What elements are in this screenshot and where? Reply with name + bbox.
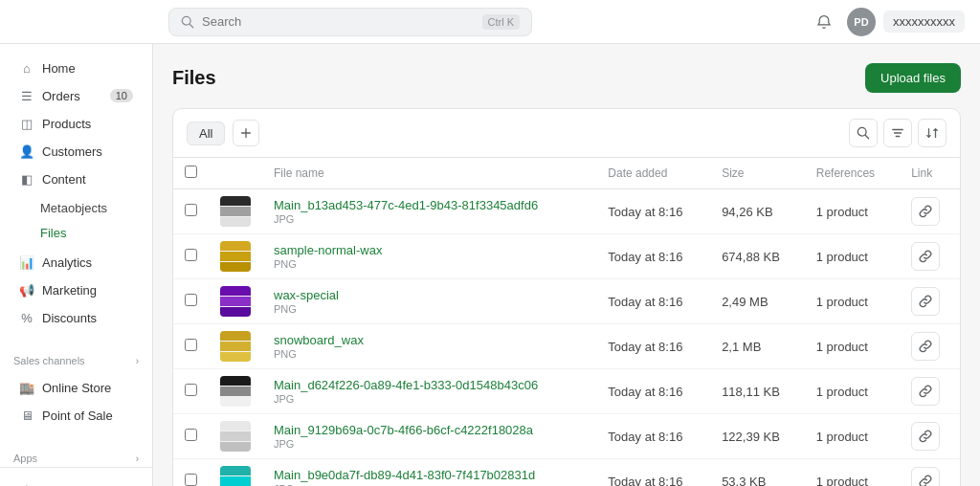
files-table-header: File name Date added Size References Lin… xyxy=(173,158,960,189)
file-name-link[interactable]: wax-special xyxy=(274,288,585,302)
row-checkbox[interactable] xyxy=(185,384,197,396)
row-checkbox[interactable] xyxy=(185,474,197,486)
file-name-link[interactable]: sample-normal-wax xyxy=(274,243,585,257)
orders-icon: ☰ xyxy=(19,88,34,103)
file-link-button[interactable] xyxy=(911,377,940,406)
sidebar-bottom: ⚙ Settings i Non-transferable xyxy=(0,467,152,486)
header-filename: File name xyxy=(262,158,596,189)
filter-files-button[interactable] xyxy=(883,119,912,147)
file-references: 1 product xyxy=(805,414,900,459)
sidebar-item-content[interactable]: ◧ Content xyxy=(6,166,146,192)
settings-icon: ⚙ xyxy=(19,482,34,486)
sidebar-item-settings-label: Settings xyxy=(42,483,87,487)
row-checkbox[interactable] xyxy=(185,249,197,261)
file-link-button[interactable] xyxy=(911,467,940,486)
online-store-icon: 🏬 xyxy=(19,380,34,395)
file-link-button[interactable] xyxy=(911,242,940,271)
products-icon: ◫ xyxy=(19,116,34,131)
file-type: PNG xyxy=(274,303,585,315)
customers-icon: 👤 xyxy=(19,144,34,159)
sidebar-item-customers[interactable]: 👤 Customers xyxy=(6,138,146,165)
sidebar: shopify ⌂ Home ☰ Orders 10 ◫ Products 👤 … xyxy=(0,0,153,486)
sidebar-apps-section: Apps › xyxy=(0,445,152,467)
sidebar-subitem-metaobjects[interactable]: Metaobjects xyxy=(6,196,146,220)
analytics-icon: 📊 xyxy=(19,254,34,270)
file-name-link[interactable]: Main_b13ad453-477c-4ed1-9b43-81f3345adfd… xyxy=(274,198,585,212)
file-link-button[interactable] xyxy=(911,332,940,361)
file-name-link[interactable]: Main_b9e0da7f-db89-4d41-83f0-7f417b02831… xyxy=(274,468,585,482)
search-bar[interactable]: Ctrl K xyxy=(168,8,532,36)
file-link-cell xyxy=(900,189,960,234)
file-references: 1 product xyxy=(805,324,900,369)
file-thumbnail-cell xyxy=(209,459,262,487)
table-row: Main_b9e0da7f-db89-4d41-83f0-7f417b02831… xyxy=(173,459,960,487)
sidebar-sales-channels-nav: 🏬 Online Store 🖥 Point of Sale xyxy=(0,369,152,433)
file-type: PNG xyxy=(274,348,585,360)
search-input[interactable] xyxy=(202,14,475,29)
home-icon: ⌂ xyxy=(19,60,34,76)
row-checkbox[interactable] xyxy=(185,429,197,441)
file-link-cell xyxy=(900,414,960,459)
file-link-button[interactable] xyxy=(911,287,940,316)
table-row: sample-normal-waxPNGToday at 8:16674,88 … xyxy=(173,234,960,279)
avatar[interactable]: PD xyxy=(847,8,876,36)
file-thumbnail xyxy=(220,286,251,317)
file-name-cell: Main_b9e0da7f-db89-4d41-83f0-7f417b02831… xyxy=(262,459,596,487)
account-label[interactable]: xxxxxxxxxx xyxy=(883,11,965,33)
file-date: Today at 8:16 xyxy=(596,459,710,487)
file-thumbnail-cell xyxy=(209,369,262,414)
file-thumbnail xyxy=(220,241,251,272)
page-title: Files xyxy=(172,67,216,89)
file-link-button[interactable] xyxy=(911,197,940,226)
file-link-cell xyxy=(900,459,960,487)
marketing-icon: 📢 xyxy=(19,282,34,298)
orders-badge: 10 xyxy=(110,89,133,102)
sidebar-subitem-metaobjects-label: Metaobjects xyxy=(40,201,107,215)
topbar: Ctrl K PD xxxxxxxxxx xyxy=(0,0,980,44)
row-checkbox[interactable] xyxy=(185,294,197,306)
filter-all-button[interactable]: All xyxy=(187,122,225,145)
sidebar-item-online-store[interactable]: 🏬 Online Store xyxy=(6,374,146,401)
sidebar-item-home[interactable]: ⌂ Home xyxy=(6,55,146,81)
file-link-button[interactable] xyxy=(911,422,940,451)
file-date: Today at 8:16 xyxy=(596,414,710,459)
upload-files-button[interactable]: Upload files xyxy=(865,63,961,93)
sidebar-item-products[interactable]: ◫ Products xyxy=(6,110,146,137)
notifications-button[interactable] xyxy=(809,7,839,37)
files-card: All xyxy=(172,108,961,486)
file-name-cell: Main_9129b69a-0c7b-4f66-b6cf-c4222f18028… xyxy=(262,414,596,459)
file-thumbnail xyxy=(220,331,251,362)
add-filter-button[interactable] xyxy=(233,120,259,146)
sort-files-button[interactable] xyxy=(918,119,947,147)
sales-channels-chevron-icon[interactable]: › xyxy=(136,356,139,366)
sidebar-subitem-files[interactable]: Files xyxy=(6,221,146,245)
sidebar-item-analytics[interactable]: 📊 Analytics xyxy=(6,249,146,276)
sidebar-item-marketing[interactable]: 📢 Marketing xyxy=(6,276,146,303)
toolbar-right xyxy=(849,119,947,147)
sidebar-sales-channels-section: Sales channels › xyxy=(0,347,152,369)
select-all-checkbox[interactable] xyxy=(185,166,197,178)
file-size: 2,1 MB xyxy=(710,324,805,369)
sidebar-item-orders[interactable]: ☰ Orders 10 xyxy=(6,82,146,109)
file-name-cell: snowboard_waxPNG xyxy=(262,324,596,369)
apps-chevron-icon[interactable]: › xyxy=(136,453,139,464)
file-references: 1 product xyxy=(805,189,900,234)
sidebar-item-settings[interactable]: ⚙ Settings xyxy=(6,476,146,486)
file-name-link[interactable]: Main_9129b69a-0c7b-4f66-b6cf-c4222f18028… xyxy=(274,423,585,437)
sidebar-item-discounts[interactable]: % Discounts xyxy=(6,304,146,331)
row-checkbox[interactable] xyxy=(185,339,197,351)
search-files-button[interactable] xyxy=(849,119,878,147)
file-name-link[interactable]: snowboard_wax xyxy=(274,333,585,347)
row-checkbox[interactable] xyxy=(185,204,197,216)
table-row: Main_9129b69a-0c7b-4f66-b6cf-c4222f18028… xyxy=(173,414,960,459)
file-thumbnail xyxy=(220,376,251,407)
file-size: 674,88 KB xyxy=(710,234,805,279)
sidebar-item-point-of-sale[interactable]: 🖥 Point of Sale xyxy=(6,402,146,429)
content-icon: ◧ xyxy=(19,171,34,187)
file-name-link[interactable]: Main_d624f226-0a89-4fe1-b333-0d1548b43c0… xyxy=(274,378,585,392)
table-row: Main_b13ad453-477c-4ed1-9b43-81f3345adfd… xyxy=(173,189,960,234)
file-type: JPG xyxy=(274,438,585,450)
file-link-cell xyxy=(900,369,960,414)
sidebar-item-content-label: Content xyxy=(42,172,86,187)
file-name-cell: sample-normal-waxPNG xyxy=(262,234,596,279)
